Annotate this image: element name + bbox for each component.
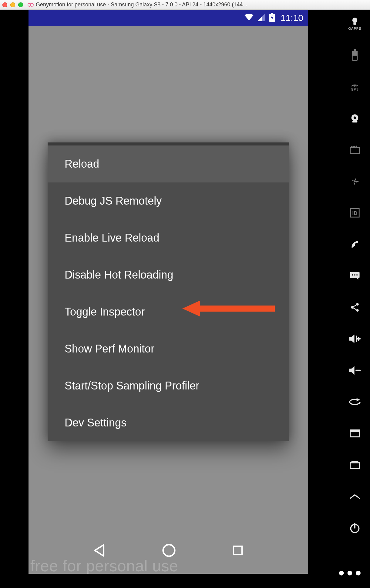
svg-marker-26 xyxy=(349,335,354,343)
svg-marker-14 xyxy=(356,181,359,183)
svg-rect-5 xyxy=(353,56,357,60)
share-button[interactable] xyxy=(348,301,362,314)
wifi-icon xyxy=(244,13,254,22)
emulator-right-rail: GAPPS GPS ID xyxy=(340,10,370,588)
volume-up-button[interactable] xyxy=(348,332,362,346)
volume-down-button[interactable] xyxy=(348,364,362,377)
dev-menu-item-debug-js-remotely[interactable]: Debug JS Remotely xyxy=(48,182,289,219)
mac-titlebar: Genymotion for personal use - Samsung Ga… xyxy=(0,0,370,10)
svg-point-22 xyxy=(356,274,358,276)
react-native-dev-menu: Reload Debug JS Remotely Enable Live Rel… xyxy=(48,142,289,441)
app-surface: Reload Debug JS Remotely Enable Live Rel… xyxy=(29,26,308,574)
svg-marker-34 xyxy=(257,17,262,21)
gapps-button[interactable]: GAPPS xyxy=(348,17,362,30)
rotate-button[interactable] xyxy=(348,395,362,409)
mac-close-button[interactable] xyxy=(2,2,7,7)
dev-menu-item-sampling-profiler[interactable]: Start/Stop Sampling Profiler xyxy=(48,367,289,404)
svg-point-40 xyxy=(163,545,175,556)
dev-menu-topstrip xyxy=(48,142,289,145)
dev-menu-item-reload[interactable]: Reload xyxy=(48,145,289,182)
svg-marker-13 xyxy=(351,180,354,182)
device-screen: 11:10 Reload Debug JS Remotely Enable Li… xyxy=(29,10,308,574)
genymotion-watermark: free for personal use xyxy=(29,557,178,574)
status-bar-time: 11:10 xyxy=(281,13,303,23)
power-button[interactable] xyxy=(348,521,362,535)
dev-menu-item-toggle-inspector[interactable]: Toggle Inspector xyxy=(48,293,289,330)
dev-menu-item-show-perf-monitor[interactable]: Show Perf Monitor xyxy=(48,330,289,367)
identifier-button[interactable]: ID xyxy=(348,206,362,219)
svg-rect-41 xyxy=(234,546,242,555)
dev-menu-item-enable-live-reload[interactable]: Enable Live Reload xyxy=(48,219,289,256)
recents-nav-button[interactable] xyxy=(348,427,362,440)
nav-recents-button[interactable] xyxy=(231,544,244,558)
svg-rect-2 xyxy=(353,22,356,25)
screencast-button[interactable] xyxy=(348,143,362,156)
home-nav-button[interactable] xyxy=(348,490,362,503)
svg-marker-28 xyxy=(357,398,360,401)
mac-zoom-button[interactable] xyxy=(18,2,23,7)
svg-point-15 xyxy=(354,180,356,182)
svg-rect-36 xyxy=(271,13,273,14)
emulator-frame: GAPPS GPS ID xyxy=(0,10,370,588)
svg-rect-10 xyxy=(350,148,360,154)
genymotion-app-icon xyxy=(27,2,34,8)
multitouch-button[interactable] xyxy=(348,175,362,188)
svg-point-8 xyxy=(354,116,356,119)
network-button[interactable] xyxy=(348,238,362,251)
android-status-bar: 11:10 xyxy=(29,10,308,26)
mac-traffic-lights xyxy=(2,2,23,7)
sms-button[interactable] xyxy=(348,269,362,282)
svg-point-20 xyxy=(352,274,353,276)
svg-point-21 xyxy=(354,274,355,276)
svg-rect-30 xyxy=(350,430,359,432)
svg-marker-27 xyxy=(349,366,354,375)
dev-menu-item-disable-hot-reloading[interactable]: Disable Hot Reloading xyxy=(48,256,289,293)
window-title: Genymotion for personal use - Samsung Ga… xyxy=(36,2,370,8)
svg-marker-39 xyxy=(95,545,104,556)
battery-button[interactable] xyxy=(348,48,362,62)
svg-point-24 xyxy=(351,306,354,309)
svg-rect-9 xyxy=(352,121,358,122)
app-switch-button[interactable] xyxy=(348,458,362,472)
gps-button[interactable]: GPS xyxy=(348,80,362,93)
nav-back-button[interactable] xyxy=(92,543,106,559)
emulator-more-button[interactable]: ●●● xyxy=(338,566,363,579)
svg-rect-31 xyxy=(350,463,359,468)
webcam-button[interactable] xyxy=(348,112,362,125)
svg-point-23 xyxy=(356,303,359,306)
mac-minimize-button[interactable] xyxy=(10,2,15,7)
svg-rect-4 xyxy=(354,49,356,51)
battery-charging-icon xyxy=(269,13,275,23)
svg-marker-11 xyxy=(355,177,356,180)
svg-point-25 xyxy=(356,309,359,312)
svg-marker-12 xyxy=(354,183,355,185)
cellular-icon xyxy=(257,13,265,22)
svg-text:ID: ID xyxy=(352,210,358,216)
svg-point-6 xyxy=(354,86,355,87)
dev-menu-item-dev-settings[interactable]: Dev Settings xyxy=(48,404,289,441)
